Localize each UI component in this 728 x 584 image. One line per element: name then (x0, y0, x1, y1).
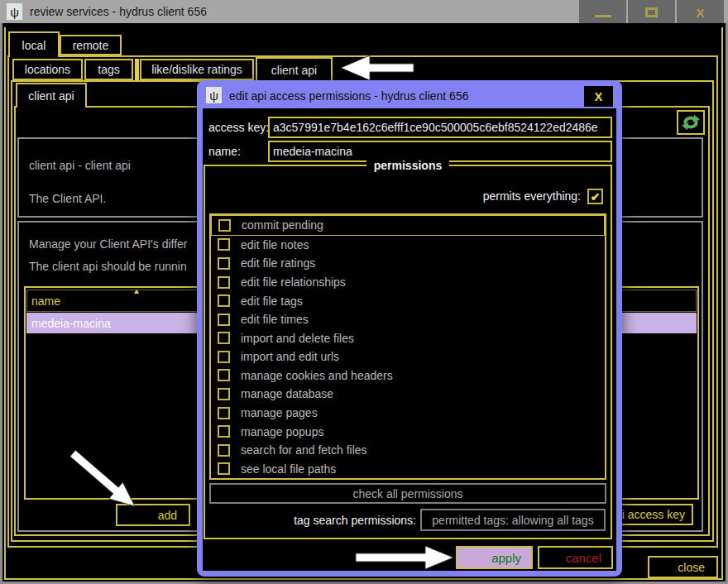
permission-label: edit file ratings (241, 256, 315, 270)
tag-search-permissions-value: permitted tags: allowing all tags (432, 514, 593, 527)
permission-item[interactable]: see local file paths (211, 460, 605, 479)
psi-glyph: ψ (10, 5, 19, 19)
permission-checkbox[interactable] (218, 425, 230, 438)
permits-everything-checkbox[interactable]: ✔ (587, 189, 603, 204)
permission-item[interactable]: edit file ratings (211, 254, 605, 273)
tab-divider (135, 59, 139, 80)
tab-remote[interactable]: remote (60, 35, 122, 55)
permission-checkbox[interactable] (218, 238, 230, 251)
permission-checkbox[interactable] (218, 276, 230, 289)
tab-tags-label: tags (98, 63, 119, 76)
checkmark-icon: ✔ (591, 190, 601, 203)
close-icon: X (696, 6, 704, 20)
copy-api-access-key-label: pi access key (615, 508, 685, 521)
dialog-psi-glyph: ψ (209, 89, 218, 103)
edit-api-permissions-dialog: ψ edit api access permissions - hydrus c… (197, 80, 622, 577)
permission-item[interactable]: edit file tags (211, 291, 605, 310)
tab-client-api-page-label: client api (28, 89, 74, 103)
tab-client-api-page[interactable]: client api (16, 83, 87, 108)
permission-checkbox[interactable] (218, 314, 230, 326)
dialog-close-icon: X (595, 90, 602, 103)
access-key-input[interactable]: a3c57991e7b4e162c6efff1ce90c500005c6ebf8… (268, 117, 612, 138)
name-value: medeia-macina (273, 145, 352, 158)
titlebar: ψ review services - hydrus client 656 X (0, 0, 728, 23)
permission-label: search for and fetch files (241, 443, 367, 457)
permission-checkbox[interactable] (218, 257, 230, 270)
permission-checkbox[interactable] (218, 351, 230, 363)
window-close-button[interactable]: X (677, 0, 724, 25)
permission-item[interactable]: manage pages (211, 404, 605, 423)
service-title-text: client api - client api (29, 159, 131, 172)
permission-item[interactable]: manage popups (211, 422, 605, 441)
permission-label: manage cookies and headers (241, 369, 393, 382)
tag-search-permissions-button[interactable]: permitted tags: allowing all tags (420, 509, 606, 531)
permission-label: manage pages (241, 406, 318, 419)
window-title: review services - hydrus client 656 (30, 0, 207, 23)
service-subtitle-text: The Client API. (29, 192, 106, 205)
permission-label: manage popups (241, 425, 323, 438)
tab-tags[interactable]: tags (84, 59, 133, 80)
permission-checkbox[interactable] (218, 462, 230, 475)
tab-remote-label: remote (73, 39, 109, 52)
tab-locations[interactable]: locations (12, 59, 83, 80)
permission-checkbox[interactable] (218, 219, 231, 232)
apply-button[interactable]: apply (456, 546, 533, 569)
permission-item[interactable]: import and edit urls (211, 347, 605, 366)
permission-label: manage database (241, 387, 333, 400)
tab-locations-label: locations (25, 63, 70, 76)
minimize-icon (595, 15, 611, 17)
tab-local[interactable]: local (8, 31, 60, 57)
table-row-name: medeia-macina (31, 317, 111, 330)
check-all-permissions-button[interactable]: check all permissions (209, 483, 606, 504)
cancel-button[interactable]: cancel (538, 546, 613, 569)
dialog-title: edit api access permissions - hydrus cli… (229, 83, 468, 108)
permission-label: commit pending (242, 218, 323, 232)
permission-checkbox[interactable] (218, 388, 230, 400)
permission-item[interactable]: manage database (211, 385, 605, 404)
permission-item[interactable]: manage cookies and headers (211, 366, 605, 385)
minimize-button[interactable] (579, 0, 626, 25)
manage-text-2: The client api should be runnin (29, 260, 187, 273)
permission-label: see local file paths (241, 462, 336, 476)
permits-everything-label: permits everything: (197, 189, 581, 203)
add-button-label: add (158, 509, 177, 522)
permission-item[interactable]: import and delete files (211, 328, 605, 347)
apply-button-label: apply (491, 551, 521, 565)
access-key-label: access key: (208, 117, 269, 138)
refresh-icon (680, 113, 702, 132)
permission-item[interactable]: edit file relationships (211, 273, 605, 292)
refresh-button[interactable] (677, 110, 705, 135)
permission-checkbox[interactable] (218, 294, 230, 307)
permissions-list[interactable]: commit pending edit file notes edit file… (209, 213, 606, 480)
dialog-close-button[interactable]: X (584, 86, 613, 107)
permissions-title-wrap: permissions (204, 158, 612, 173)
permission-item[interactable]: edit file notes (211, 236, 605, 255)
screen: ψ review services - hydrus client 656 X … (0, 0, 728, 584)
dialog-app-icon: ψ (206, 87, 222, 103)
permission-label: edit file tags (241, 294, 303, 308)
tab-like-dislike-ratings[interactable]: like/dislike ratings (140, 59, 254, 80)
permission-checkbox[interactable] (218, 407, 230, 419)
maximize-button[interactable] (628, 0, 675, 25)
app-icon: ψ (7, 3, 22, 20)
permission-checkbox[interactable] (218, 369, 230, 381)
permission-label: import and edit urls (241, 350, 339, 363)
manage-text-1: Manage your Client API's differ (29, 237, 188, 251)
permission-checkbox[interactable] (218, 332, 230, 344)
permission-label: edit file relationships (241, 275, 346, 289)
permission-item[interactable]: search for and fetch files (211, 441, 605, 460)
permission-checkbox[interactable] (218, 444, 230, 457)
permission-item[interactable]: edit file times (211, 310, 605, 329)
tab-like-dislike-ratings-label: like/dislike ratings (151, 63, 242, 76)
permission-item[interactable]: commit pending (211, 215, 605, 236)
table-header-name-label: name (31, 294, 60, 308)
access-key-value: a3c57991e7b4e162c6efff1ce90c500005c6ebf8… (273, 121, 598, 134)
dialog-titlebar: ψ edit api access permissions - hydrus c… (203, 83, 616, 108)
close-button[interactable]: close (648, 556, 718, 578)
tab-client-api[interactable]: client api (256, 57, 333, 82)
permissions-title: permissions (366, 159, 449, 172)
permission-label: edit file notes (241, 238, 309, 251)
add-button[interactable]: add (116, 504, 190, 526)
tab-local-label: local (22, 39, 46, 52)
cancel-button-label: cancel (566, 551, 601, 565)
